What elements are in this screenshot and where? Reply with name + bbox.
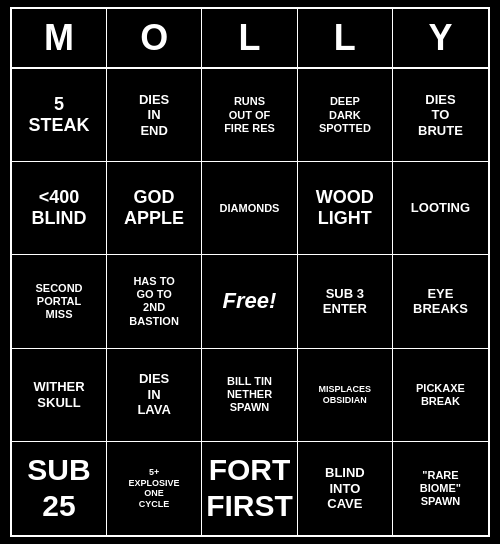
- bingo-cell-13: SUB 3 ENTER: [298, 255, 393, 348]
- bingo-cell-19: PICKAXE BREAK: [393, 349, 488, 442]
- bingo-cell-0: 5 STEAK: [12, 69, 107, 162]
- bingo-cell-6: GOD APPLE: [107, 162, 202, 255]
- bingo-cell-24: "RARE BIOME" SPAWN: [393, 442, 488, 535]
- header-letter-l: L: [202, 9, 297, 69]
- bingo-cell-4: DIES TO BRUTE: [393, 69, 488, 162]
- bingo-cell-12: Free!: [202, 255, 298, 348]
- bingo-cell-5: <400 BLIND: [12, 162, 107, 255]
- bingo-cell-10: SECOND PORTAL MISS: [12, 255, 107, 348]
- bingo-cell-1: DIES IN END: [107, 69, 202, 162]
- header-letter-l: L: [298, 9, 393, 69]
- bingo-cell-11: HAS TO GO TO 2ND BASTION: [107, 255, 202, 348]
- bingo-cell-20: SUB 25: [12, 442, 107, 535]
- bingo-cell-21: 5+ EXPLOSIVE ONE CYCLE: [107, 442, 202, 535]
- bingo-cell-18: MISPLACES OBSIDIAN: [298, 349, 393, 442]
- bingo-cell-16: DIES IN LAVA: [107, 349, 202, 442]
- bingo-cell-14: EYE BREAKS: [393, 255, 488, 348]
- bingo-grid: 5 STEAKDIES IN ENDRUNS OUT OF FIRE RESDE…: [12, 69, 488, 535]
- bingo-cell-3: DEEP DARK SPOTTED: [298, 69, 393, 162]
- header-letter-y: Y: [393, 9, 488, 69]
- bingo-cell-15: WITHER SKULL: [12, 349, 107, 442]
- bingo-cell-8: WOOD LIGHT: [298, 162, 393, 255]
- bingo-cell-7: DIAMONDS: [202, 162, 298, 255]
- bingo-cell-2: RUNS OUT OF FIRE RES: [202, 69, 298, 162]
- header-letter-o: O: [107, 9, 202, 69]
- bingo-cell-9: LOOTING: [393, 162, 488, 255]
- header-letter-m: M: [12, 9, 107, 69]
- bingo-cell-23: BLIND INTO CAVE: [298, 442, 393, 535]
- bingo-cell-17: BILL TIN NETHER SPAWN: [202, 349, 298, 442]
- bingo-cell-22: FORT FIRST: [202, 442, 298, 535]
- bingo-card: MOLLY 5 STEAKDIES IN ENDRUNS OUT OF FIRE…: [10, 7, 490, 537]
- bingo-header: MOLLY: [12, 9, 488, 69]
